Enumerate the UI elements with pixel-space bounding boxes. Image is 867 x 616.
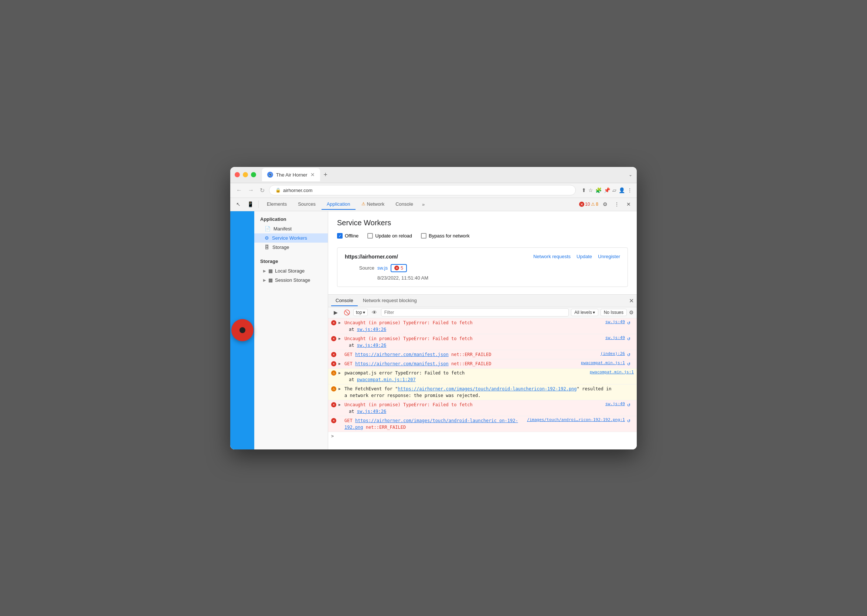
bypass-checkbox-box[interactable] (421, 233, 427, 239)
console-msg-3: ✕ ▶ GET https://airhorner.com/manifest.j… (328, 350, 637, 359)
devtools-more-icon[interactable]: ⋮ (612, 199, 622, 209)
new-tab-button[interactable]: + (321, 170, 331, 180)
sidebar-item-service-workers[interactable]: ⚙ Service Workers (254, 233, 328, 243)
console-tab-network-blocking[interactable]: Network request blocking (358, 295, 421, 306)
offline-checkbox[interactable]: ✓ Offline (337, 233, 358, 239)
pin-icon[interactable]: 📌 (604, 187, 610, 193)
msg-source-5[interactable]: pwacompat.min.js:1 (590, 370, 634, 374)
msg-expand-2[interactable]: ▶ (339, 336, 342, 341)
msg-link-8[interactable]: https://airhorner.com/images/touch/andro… (344, 418, 518, 430)
console-block-icon[interactable]: 🚫 (342, 308, 351, 317)
offline-checkbox-box[interactable]: ✓ (337, 233, 343, 239)
msg-expand-4[interactable]: ▶ (339, 361, 342, 366)
msg-source-2[interactable]: sw.js:49 (605, 335, 625, 340)
session-storage-collapse-icon: ▶ (263, 278, 266, 282)
toolbar-separator (259, 201, 259, 208)
update-reload-checkbox[interactable]: Update on reload (367, 233, 412, 239)
reload-icon-2[interactable]: ↺ (627, 335, 634, 341)
profile-icon[interactable]: 👤 (619, 187, 625, 193)
console-filter-input[interactable] (385, 310, 566, 315)
sw-error-count: 5 (400, 266, 403, 271)
minimize-button[interactable] (243, 172, 248, 177)
sidebar-item-session-storage[interactable]: ▶ ▦ Session Storage (254, 275, 328, 285)
msg-source-7[interactable]: sw.js:49 (605, 401, 625, 406)
reload-icon-7[interactable]: ↺ (627, 401, 634, 407)
titlebar: 🔊 The Air Horner ✕ + ⌄ (230, 167, 637, 183)
msg-source-1[interactable]: sw.js:49 (605, 319, 625, 324)
console-settings-icon[interactable]: ⚙ (629, 310, 634, 315)
msg-text-7: Uncaught (in promise) TypeError: Failed … (344, 402, 473, 407)
console-messages: ✕ ▶ Uncaught (in promise) TypeError: Fai… (328, 318, 637, 449)
msg-link-6[interactable]: https://airhorner.com/images/touch/andro… (398, 386, 577, 391)
msg-content-6: The FetchEvent for "https://airhorner.co… (344, 385, 634, 399)
inspect-element-icon[interactable]: ↖ (233, 199, 244, 209)
console-eye-icon[interactable]: 👁 (370, 308, 379, 317)
network-requests-link[interactable]: Network requests (533, 254, 571, 259)
console-tab-console[interactable]: Console (331, 295, 358, 306)
close-button[interactable] (235, 172, 240, 177)
msg-content-2: Uncaught (in promise) TypeError: Failed … (344, 335, 603, 349)
sidebar-item-local-storage[interactable]: ▶ ▦ Local Storage (254, 266, 328, 275)
tab-chevron-icon[interactable]: ⌄ (629, 172, 632, 177)
no-issues-button[interactable]: No Issues (601, 309, 627, 316)
back-button[interactable]: ← (235, 185, 244, 195)
reload-icon-8[interactable]: ↺ (627, 417, 634, 423)
reload-icon-4[interactable]: ↺ (627, 360, 634, 366)
splitview-icon[interactable]: ▱ (612, 187, 616, 193)
tab-elements[interactable]: Elements (262, 199, 292, 210)
console-run-icon[interactable]: ▶ (331, 308, 340, 317)
msg-link-3[interactable]: https://airhorner.com/manifest.json (355, 352, 449, 357)
tab-sources[interactable]: Sources (293, 199, 321, 210)
more-tabs-icon[interactable]: » (419, 200, 427, 209)
share-icon[interactable]: ⬆ (582, 187, 586, 193)
msg-expand-5[interactable]: ▶ (339, 371, 342, 375)
msg-link-1[interactable]: sw.js:49:26 (357, 327, 386, 332)
msg-subtext-5: at pwacompat.min.js:1:207 (344, 377, 416, 382)
refresh-button[interactable]: ↻ (259, 185, 266, 195)
bookmark-icon[interactable]: ☆ (588, 187, 593, 193)
unregister-link[interactable]: Unregister (598, 254, 620, 259)
msg-source-3[interactable]: (index):26 (601, 351, 625, 356)
sidebar-application-title: Application (254, 214, 328, 224)
console-close-icon[interactable]: ✕ (629, 297, 634, 304)
msg-link-4[interactable]: https://airhorner.com/manifest.json (355, 361, 449, 366)
msg-link-5[interactable]: pwacompat.min.js:1:207 (357, 377, 416, 382)
device-toolbar-icon[interactable]: 📱 (245, 199, 255, 209)
devtools-close-icon[interactable]: ✕ (623, 199, 634, 209)
sidebar-item-storage[interactable]: 🗄 Storage (254, 243, 328, 252)
tab-console[interactable]: Console (390, 199, 418, 210)
reload-icon-3[interactable]: ↺ (627, 351, 634, 357)
msg-link-7[interactable]: sw.js:49:26 (357, 409, 386, 414)
forward-button[interactable]: → (246, 185, 255, 195)
tab-close-icon[interactable]: ✕ (311, 172, 315, 178)
tab-application[interactable]: Application (322, 199, 356, 210)
msg-link-2[interactable]: sw.js:49:26 (357, 343, 386, 348)
msg-expand-7[interactable]: ▶ (339, 402, 342, 407)
sidebar-item-manifest[interactable]: 📄 Manifest (254, 224, 328, 233)
msg-expand-1[interactable]: ▶ (339, 321, 342, 325)
maximize-button[interactable] (251, 172, 256, 177)
reload-icon-1[interactable]: ↺ (627, 319, 634, 325)
update-reload-checkbox-box[interactable] (367, 233, 373, 239)
sw-source-link[interactable]: sw.js (377, 265, 388, 271)
bypass-checkbox[interactable]: Bypass for network (421, 233, 470, 239)
menu-icon[interactable]: ⋮ (627, 187, 632, 193)
all-levels-button[interactable]: All levels ▾ (571, 309, 598, 316)
msg-source-8[interactable]: /images/touch/androi…ricon-192-192.png:1 (527, 417, 625, 422)
update-link[interactable]: Update (577, 254, 592, 259)
settings-icon[interactable]: ⚙ (600, 199, 610, 209)
airhorn-button[interactable] (231, 319, 254, 341)
msg-error-icon-3: ✕ (331, 352, 336, 357)
sw-error-badge[interactable]: ✕ 5 (391, 264, 407, 272)
console-input[interactable] (336, 434, 634, 439)
browser-tab[interactable]: 🔊 The Air Horner ✕ (262, 168, 320, 181)
console-context-selector[interactable]: top ▾ (353, 309, 368, 316)
address-actions: ⬆ ☆ 🧩 📌 ▱ 👤 ⋮ (582, 187, 632, 193)
msg-source-4[interactable]: pwacompat.min.js:1 (581, 360, 625, 365)
extension-icon[interactable]: 🧩 (595, 187, 602, 193)
msg-expand-6[interactable]: ▶ (339, 387, 342, 391)
console-panel: Console Network request blocking ✕ ▶ 🚫 t… (328, 294, 637, 449)
address-field[interactable]: 🔒 airhorner.com (269, 185, 576, 195)
tab-network[interactable]: ⚠Network (356, 199, 390, 210)
console-filter-bar: ▶ 🚫 top ▾ 👁 All levels ▾ (328, 307, 637, 318)
